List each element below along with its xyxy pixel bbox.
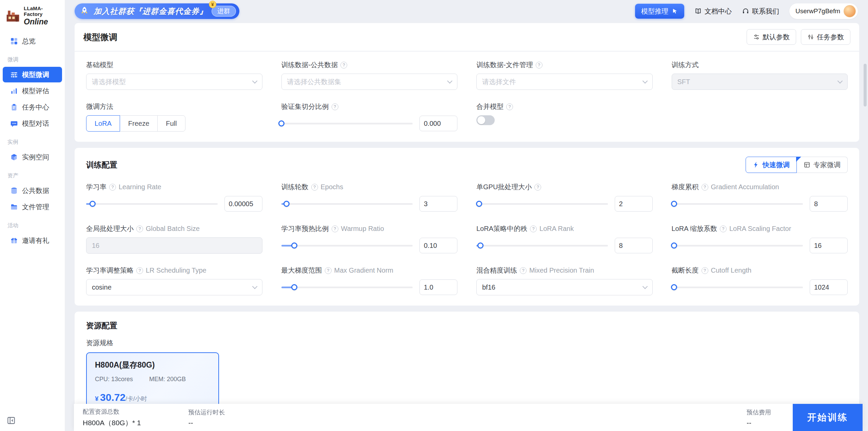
avatar	[844, 5, 856, 17]
gpu-batch-input[interactable]	[615, 196, 653, 212]
scrollbar-thumb[interactable]	[864, 64, 867, 106]
gpu-batch-slider[interactable]	[476, 200, 608, 208]
sidebar-item-model-eval[interactable]: 模型评估	[3, 83, 62, 99]
slider-handle[interactable]	[90, 201, 96, 207]
sidebar-group-finetune: 微调	[0, 50, 65, 66]
chat-icon	[10, 120, 18, 128]
sidebar-group-assets: 资产	[0, 165, 65, 182]
slider-handle[interactable]	[476, 201, 482, 207]
info-icon[interactable]	[530, 226, 537, 232]
finetune-method-freeze[interactable]: Freeze	[120, 115, 158, 132]
join-group-button[interactable]: 进群	[212, 6, 236, 17]
sidebar-item-task-center[interactable]: 任务中心	[3, 99, 62, 115]
lora-scale-slider[interactable]	[672, 242, 803, 249]
task-params-button[interactable]: 任务参数	[801, 29, 850, 45]
warmup-slider[interactable]	[281, 242, 413, 249]
corner-fold	[796, 157, 801, 162]
slider-handle[interactable]	[291, 284, 297, 290]
mixed-precision-select[interactable]: bf16	[476, 279, 653, 295]
user-menu[interactable]: UserwP7gBefm	[789, 3, 858, 19]
docs-center-link[interactable]: 文档中心	[694, 7, 732, 16]
base-model-select[interactable]: 请选择模型	[86, 74, 262, 90]
default-params-button[interactable]: 默认参数	[747, 29, 796, 45]
slider-handle[interactable]	[477, 242, 484, 249]
info-icon[interactable]	[332, 103, 338, 110]
gpu-spec-card[interactable]: H800A(显存80G) CPU: 13cores MEM: 200GB ¥ 3…	[86, 352, 219, 411]
sidebar-item-model-chat[interactable]: 模型对话	[3, 116, 62, 131]
username: UserwP7gBefm	[795, 7, 840, 15]
app-logo[interactable]: LLaMA-Factory Online	[0, 0, 65, 30]
sidebar-item-invite[interactable]: 邀请有礼	[3, 233, 62, 248]
community-banner[interactable]: 加入社群获『进群金喜代金券』 进群	[75, 3, 239, 19]
info-icon[interactable]	[340, 62, 347, 68]
slider-handle[interactable]	[283, 201, 290, 207]
slider-handle[interactable]	[671, 242, 677, 249]
cutoff-input[interactable]	[810, 279, 848, 295]
learning-rate-slider[interactable]	[86, 200, 218, 208]
field-label: 训练数据-公共数据	[281, 60, 338, 70]
info-icon[interactable]	[325, 267, 332, 274]
val-split-slider[interactable]	[281, 120, 413, 127]
expert-finetune-tab[interactable]: 专家微调	[797, 157, 848, 173]
info-icon[interactable]	[534, 184, 541, 191]
info-icon[interactable]	[109, 184, 116, 191]
epochs-input[interactable]	[419, 196, 457, 212]
info-icon[interactable]	[332, 226, 338, 232]
info-icon[interactable]	[136, 267, 143, 274]
info-icon[interactable]	[520, 267, 527, 274]
info-icon[interactable]	[136, 226, 143, 232]
start-training-button[interactable]: 开始训练	[793, 404, 863, 431]
param-label-en: LR Scheduling Type	[146, 267, 206, 274]
info-icon[interactable]	[536, 62, 542, 68]
lr-scheduler-select[interactable]: cosine	[86, 279, 262, 295]
info-icon[interactable]	[720, 226, 727, 232]
contact-us-link[interactable]: 联系我们	[742, 7, 779, 16]
info-icon[interactable]	[702, 267, 708, 274]
learning-rate-input[interactable]	[224, 196, 262, 212]
file-select[interactable]: 请选择文件	[476, 74, 653, 90]
max-grad-slider[interactable]	[281, 283, 413, 291]
param-label-en: Global Batch Size	[146, 225, 200, 233]
finetune-mode-tabs: 快速微调 专家微调	[746, 157, 848, 173]
expert-finetune-label: 专家微调	[813, 160, 841, 170]
sidebar-item-overview[interactable]: 总览	[3, 33, 62, 49]
sidebar-item-file-manage[interactable]: 文件管理	[3, 199, 62, 215]
warmup-input[interactable]	[419, 238, 457, 253]
docs-center-label: 文档中心	[705, 7, 732, 16]
param-label: 学习率	[86, 182, 106, 192]
param-label: LoRA策略中的秩	[476, 224, 527, 233]
task-center-icon	[10, 103, 18, 111]
lora-rank-input[interactable]	[615, 238, 653, 253]
slider-handle[interactable]	[671, 284, 677, 290]
param-label: 最大梯度范围	[281, 266, 322, 275]
public-dataset-select[interactable]: 请选择公共数据集	[281, 74, 458, 90]
sidebar-collapse-button[interactable]	[0, 411, 65, 431]
param-label-en: Cutoff Length	[711, 267, 752, 274]
grad-accum-slider[interactable]	[672, 200, 803, 208]
sidebar-item-instance-space[interactable]: 实例空间	[3, 149, 62, 165]
finetune-method-lora[interactable]: LoRA	[86, 115, 120, 132]
epochs-slider[interactable]	[281, 200, 413, 208]
param-label-en: LoRA Rank	[539, 225, 574, 233]
merge-model-toggle[interactable]	[476, 115, 495, 125]
finetune-method-full[interactable]: Full	[157, 115, 185, 132]
info-icon[interactable]	[506, 103, 513, 110]
info-icon[interactable]	[702, 184, 708, 191]
sidebar-item-public-data[interactable]: 公共数据	[3, 183, 62, 198]
banner-text: 加入社群获『进群金喜代金券』	[94, 6, 208, 17]
quick-finetune-tab[interactable]: 快速微调	[746, 157, 797, 173]
max-grad-input[interactable]	[419, 279, 457, 295]
slider-handle[interactable]	[278, 120, 284, 126]
model-inference-button[interactable]: 模型推理	[635, 4, 684, 19]
grad-accum-input[interactable]	[810, 196, 848, 212]
val-split-input[interactable]	[419, 116, 457, 131]
lora-scale-input[interactable]	[810, 238, 848, 253]
lora-rank-slider[interactable]	[476, 242, 608, 249]
sidebar-item-model-finetune[interactable]: 模型微调	[3, 67, 62, 82]
cutoff-slider[interactable]	[672, 283, 803, 291]
param-label: 混合精度训练	[476, 266, 517, 275]
slider-handle[interactable]	[291, 242, 297, 249]
slider-handle[interactable]	[671, 201, 677, 207]
param-lora-rank: LoRA策略中的秩 LoRA Rank	[476, 224, 653, 254]
info-icon[interactable]	[311, 184, 318, 191]
